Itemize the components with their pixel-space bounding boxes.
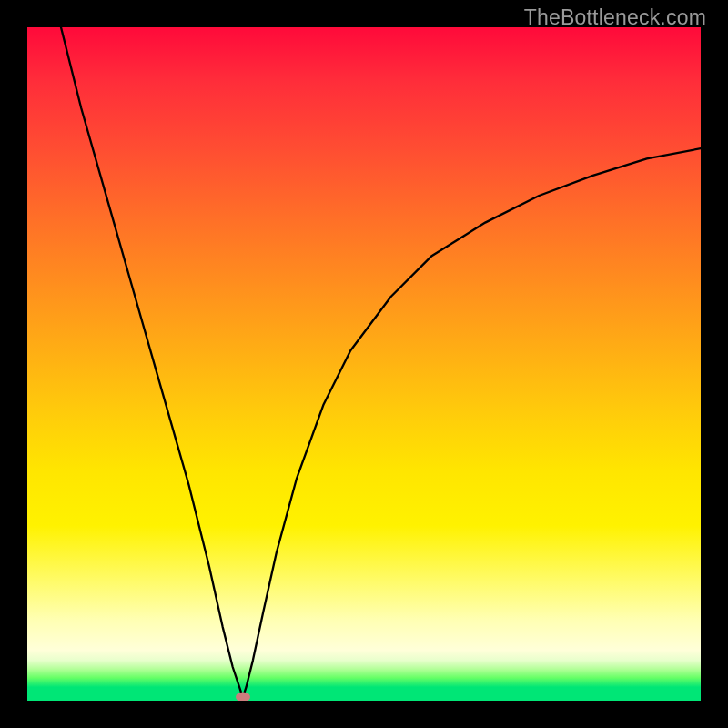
minimum-marker-dot [236,693,250,701]
outer-frame: TheBottleneck.com [0,0,728,728]
plot-area [27,27,701,701]
curve-layer [27,27,701,701]
watermark-text: TheBottleneck.com [524,5,706,30]
bottleneck-curve [61,27,701,697]
